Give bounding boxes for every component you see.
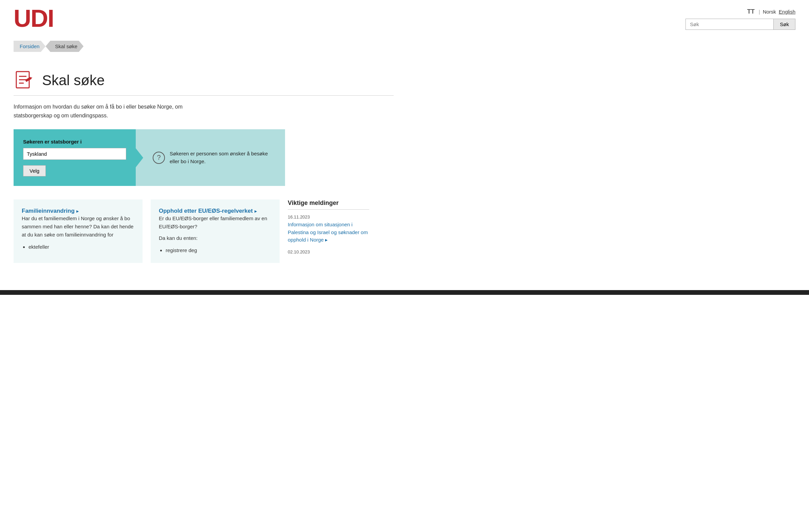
cards-row: Familieinnvandring ▸ Har du et familieme… <box>14 200 394 263</box>
header: UDI TT | Norsk English Søk <box>0 0 809 34</box>
language-bar: TT | Norsk English <box>747 8 795 15</box>
viktige-link-1[interactable]: Informasjon om situasjonen i Palestina o… <box>288 221 369 244</box>
selector-left: Søkeren er statsborger i Velg <box>14 129 136 186</box>
selector-right: ? Søkeren er personen som ønsker å besøk… <box>136 129 285 186</box>
card-eu-eos-list: registrere deg <box>159 246 272 255</box>
breadcrumb: Forsiden Skal søke <box>0 37 809 56</box>
search-input[interactable] <box>686 19 774 30</box>
lang-norsk[interactable]: Norsk <box>763 9 776 15</box>
text-size-icon: TT <box>747 8 755 15</box>
selector-help-text: Søkeren er personen som ønsker å besøke … <box>170 150 276 165</box>
card-eu-eos: Opphold etter EU/EØS-regelverket ▸ Er du… <box>151 200 280 263</box>
breadcrumb-home-link[interactable]: Forsiden <box>14 41 46 52</box>
card-eu-eos-subtext: Da kan du enten: <box>159 234 272 242</box>
viktige-date-1: 16.11.2023 <box>288 214 369 220</box>
list-item: registrere deg <box>166 246 272 255</box>
card-eu-eos-text: Er du EU/EØS-borger eller familiemedlem … <box>159 214 272 231</box>
breadcrumb-home[interactable]: Forsiden <box>14 41 46 52</box>
viktige-title: Viktige meldinger <box>288 200 369 210</box>
title-divider <box>14 95 394 96</box>
breadcrumb-current: Skal søke <box>46 41 84 52</box>
page-title-section: Skal søke <box>14 70 394 91</box>
breadcrumb-current-label: Skal søke <box>46 41 84 52</box>
viktige-meldinger: Viktige meldinger 16.11.2023 Informasjon… <box>288 200 369 263</box>
card-eu-eos-link[interactable]: Opphold etter EU/EØS-regelverket ▸ <box>159 208 257 214</box>
site-logo: UDI <box>14 6 54 31</box>
selector-arrow <box>136 148 143 167</box>
help-icon: ? <box>153 152 165 164</box>
page-description: Informasjon om hvordan du søker om å få … <box>14 102 394 120</box>
lang-english[interactable]: English <box>779 9 795 15</box>
card-familieinnvandring-text: Har du et familiemedlem i Norge og ønske… <box>22 214 134 239</box>
header-right: TT | Norsk English Søk <box>686 8 795 30</box>
svg-rect-4 <box>25 77 32 82</box>
selector-label: Søkeren er statsborger i <box>23 139 126 144</box>
page-icon <box>14 70 35 91</box>
list-item: ektefeller <box>29 242 134 252</box>
search-bar: Søk <box>686 19 795 30</box>
nationality-input[interactable] <box>23 148 126 160</box>
page-title: Skal søke <box>42 72 104 89</box>
card-familieinnvandring: Familieinnvandring ▸ Har du et familieme… <box>14 200 142 263</box>
card-familieinnvandring-list: ektefeller <box>22 242 134 252</box>
viktige-date-2: 02.10.2023 <box>288 250 369 255</box>
bottom-bar <box>0 290 809 295</box>
select-button[interactable]: Velg <box>23 165 46 176</box>
card-familieinnvandring-link[interactable]: Familieinnvandring ▸ <box>22 208 79 214</box>
selector-area: Søkeren er statsborger i Velg ? Søkeren … <box>14 129 285 186</box>
main-content: Skal søke Informasjon om hvordan du søke… <box>0 56 407 276</box>
search-button[interactable]: Søk <box>774 19 795 30</box>
